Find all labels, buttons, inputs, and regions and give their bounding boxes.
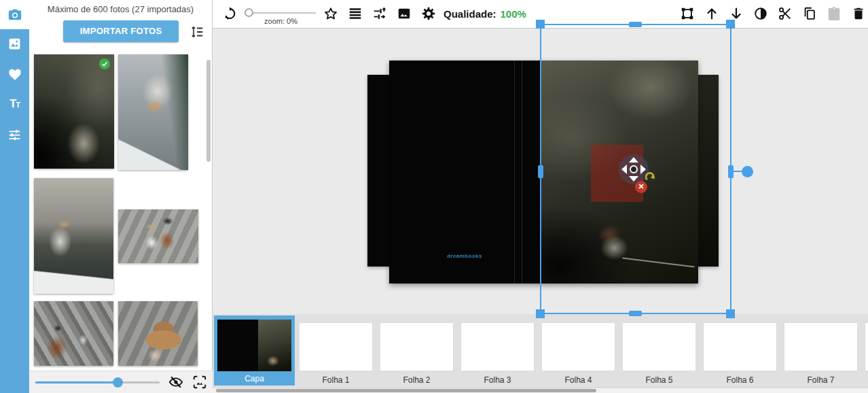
page-filmstrip: Capa Folha 1 Folha 2 Folha 3 Folha 4 Fol… [213,314,868,388]
library-photo-5[interactable] [34,301,113,366]
move-pad-icon[interactable] [619,154,649,184]
page-tile-label[interactable]: Folha 2 [380,375,454,385]
frame-photo-icon[interactable] [192,375,207,390]
library-footer [29,371,213,393]
cover-bleed-photo [698,75,719,267]
library-photo-4[interactable] [118,209,198,263]
paste-icon[interactable] [827,6,842,21]
sidebar-item-adjust[interactable] [0,123,29,146]
editor-main: zoom: 0% Qualidade:100% [213,0,868,393]
cut-icon[interactable] [778,6,793,21]
capa-thumb-photo [258,320,291,371]
heart-icon [7,67,22,81]
page-tile-folha-6[interactable] [703,322,777,371]
sort-icon[interactable] [189,24,204,39]
library-photo-2[interactable] [118,54,188,170]
hide-used-icon[interactable] [168,375,183,390]
move-up-arrow [629,157,638,163]
library-photo-3[interactable] [34,178,113,294]
gear-icon[interactable] [421,6,436,21]
page-tile-label: Capa [214,374,295,383]
sidebar-item-photos-active[interactable] [0,0,29,29]
sidebar-item-favorites[interactable] [0,63,29,86]
selection-handle-bottom-right[interactable] [726,309,735,318]
page-tile-capa[interactable]: Capa [214,315,295,386]
zoom-slider-knob[interactable] [245,8,253,17]
page-tile-label[interactable]: Folha 7 [784,375,858,385]
thumbnail-size-slider[interactable] [35,381,160,383]
star-icon[interactable] [323,6,338,21]
page-tile-folha-3[interactable] [460,322,535,371]
text-icon: TT [10,97,20,111]
page-tile-folha-2[interactable] [380,322,454,371]
quality-indicator: Qualidade:100% [444,8,526,20]
spine-fold-line [514,61,515,284]
page-tile-folha-4[interactable] [541,322,615,371]
adjust-icon [7,128,22,142]
library-photo-6[interactable] [118,301,198,366]
selection-handle-middle-left[interactable] [538,165,543,178]
filmstrip-scrollbar-thumb[interactable] [216,389,596,392]
arrow-down-icon[interactable] [729,6,744,21]
rotate-icon[interactable] [222,6,237,21]
transform-icon[interactable] [680,6,695,21]
selection-handle-top-center[interactable] [629,22,642,27]
quality-value: 100% [501,8,526,20]
quality-label: Qualidade: [444,8,496,20]
back-cover-page[interactable]: dreambooks [389,61,540,284]
page-tile-label[interactable]: Folha 3 [460,375,535,385]
selection-handle-top-left[interactable] [536,20,545,29]
move-left-arrow [621,165,627,174]
selection-handle-top-right[interactable] [726,20,735,29]
library-scrollbar[interactable] [206,60,211,162]
import-photos-button[interactable]: IMPORTAR FOTOS [63,20,179,42]
page-tile-folha-1[interactable] [299,322,373,371]
sidebar-item-gallery[interactable] [0,32,29,55]
copy-icon[interactable] [802,6,817,21]
contrast-icon[interactable] [753,6,768,21]
image-icon[interactable] [397,6,412,21]
page-tile-label[interactable]: Folha 4 [541,375,615,385]
capa-thumbnail [217,320,291,371]
library-count-label: Máximo de 600 fotos (27 importadas) [29,4,212,14]
selection-handle-bottom-left[interactable] [536,309,545,318]
zoom-slider[interactable] [246,12,316,14]
filmstrip-scrollbar[interactable] [213,388,868,393]
photobook-editor: TT Máximo de 600 fotos (27 importadas) I… [0,0,868,393]
check-icon [99,58,110,69]
arrow-up-icon[interactable] [704,6,719,21]
page-tile-label[interactable]: Folha 1 [299,375,373,385]
page-tile-label[interactable]: Folha 5 [622,375,696,385]
thumbnail-size-slider-knob[interactable] [113,377,123,388]
rotate-photo-icon[interactable] [645,172,655,182]
thumbnail-size-slider-fill [35,381,117,383]
photos-icon [7,37,22,51]
selection-handle-bottom-center[interactable] [629,311,642,316]
zoom-value-label: zoom: 0% [246,17,316,25]
camera-icon [7,7,22,22]
selection-rotate-handle[interactable] [742,166,753,177]
move-down-arrow [629,176,638,182]
spine-fold-line [522,61,522,284]
layout-adjust-icon[interactable] [372,6,387,21]
trash-icon[interactable] [851,6,866,21]
page-tile-folha-7[interactable] [784,322,858,371]
photo-railing-detail [622,258,695,268]
page-tile-folha-5[interactable] [622,322,696,371]
capa-thumb-back [217,320,258,371]
library-photo-1[interactable] [34,54,114,169]
move-center-dot [630,165,638,173]
delete-photo-icon[interactable]: ✕ [635,181,647,193]
page-tile-label[interactable]: Folha 6 [703,375,777,385]
menu-icon[interactable] [348,6,363,21]
page-tile-partial[interactable] [865,322,868,371]
sidebar: TT [0,0,29,393]
sidebar-item-text[interactable]: TT [0,92,29,116]
brand-label: dreambooks [389,253,540,259]
photo-library-panel: Máximo de 600 fotos (27 importadas) IMPO… [29,0,213,393]
